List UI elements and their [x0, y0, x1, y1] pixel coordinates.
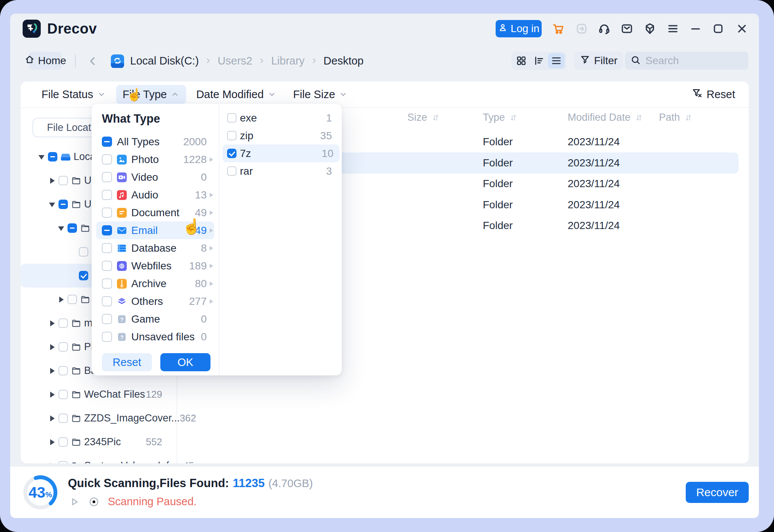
expand-icon[interactable] [48, 367, 56, 375]
sort-icon[interactable] [431, 113, 441, 123]
extension-checkbox[interactable] [227, 113, 236, 123]
sort-icon[interactable] [634, 113, 644, 123]
breadcrumb-item-desktop[interactable]: Desktop [324, 55, 364, 67]
type-checkbox[interactable] [102, 332, 112, 342]
close-icon[interactable] [733, 20, 751, 37]
tree-item-zzds-imagecover-[interactable]: ZZDS_ImageCover...362 [21, 406, 177, 430]
type-checkbox[interactable] [102, 261, 112, 271]
addons-icon[interactable] [641, 20, 659, 37]
tree-checkbox[interactable] [58, 342, 68, 352]
type-checkbox[interactable] [102, 208, 112, 218]
type-item-all-types[interactable]: All Types2000 [92, 133, 219, 151]
type-item-game[interactable]: ?Game0 [92, 310, 219, 328]
extension-item-zip[interactable]: zip35 [219, 127, 342, 145]
tree-checkbox[interactable] [58, 390, 68, 399]
tree-checkbox[interactable] [58, 200, 68, 209]
expand-icon[interactable] [57, 296, 65, 303]
type-item-others[interactable]: Others277 [92, 292, 219, 310]
tree-checkbox[interactable] [79, 271, 88, 280]
collapse-icon[interactable] [57, 224, 65, 232]
sort-icon[interactable] [508, 113, 518, 123]
recover-button[interactable]: Recover [686, 482, 749, 503]
login-button[interactable]: Log in [496, 20, 542, 37]
column-header-size[interactable]: Size [407, 112, 441, 123]
tree-checkbox[interactable] [58, 318, 68, 328]
support-icon[interactable] [596, 20, 613, 37]
tree-view-button[interactable] [531, 53, 547, 68]
tree-checkbox[interactable] [58, 461, 68, 463]
tree-checkbox[interactable] [68, 295, 77, 304]
tree-item-system-volume-info-[interactable]: System Volume Info...45 [21, 454, 177, 463]
list-view-button[interactable] [548, 53, 565, 68]
extension-item-exe[interactable]: exe1 [219, 109, 342, 127]
type-checkbox[interactable] [102, 225, 112, 235]
breadcrumb-item-users2[interactable]: Users2 [218, 55, 252, 67]
search-box[interactable] [625, 52, 748, 70]
home-button[interactable]: Home [29, 52, 62, 70]
expand-icon[interactable] [48, 391, 56, 398]
type-checkbox[interactable] [102, 154, 112, 165]
minimize-icon[interactable] [687, 20, 704, 37]
type-item-photo[interactable]: Photo1228 [92, 151, 219, 168]
drive-icon [110, 54, 124, 68]
tree-checkbox[interactable] [58, 414, 68, 423]
expand-icon[interactable] [48, 415, 56, 422]
filter-chip-date-modified[interactable]: Date Modified [190, 85, 283, 104]
filter-button[interactable]: Filter [574, 52, 623, 70]
breadcrumb-item-library[interactable]: Library [271, 55, 305, 67]
tree-checkbox[interactable] [58, 366, 68, 375]
type-checkbox[interactable] [102, 172, 112, 182]
tree-checkbox[interactable] [79, 247, 88, 257]
collapse-icon[interactable] [38, 153, 45, 161]
extension-checkbox[interactable] [227, 149, 236, 158]
tree-checkbox[interactable] [48, 152, 57, 161]
tree-checkbox[interactable] [68, 223, 77, 233]
type-checkbox[interactable] [102, 137, 112, 147]
grid-view-button[interactable] [513, 53, 530, 68]
type-checkbox[interactable] [102, 243, 112, 253]
type-item-webfiles[interactable]: Webfiles189 [92, 257, 219, 275]
maximize-icon[interactable] [710, 20, 727, 37]
expand-icon[interactable] [48, 438, 56, 446]
type-item-archive[interactable]: Archive80 [92, 275, 219, 292]
menu-icon[interactable] [664, 20, 682, 37]
breadcrumb-item-local-disk-c-[interactable]: Local Disk(C:) [130, 55, 199, 67]
extension-checkbox[interactable] [227, 166, 236, 176]
type-item-database[interactable]: Database8 [92, 239, 219, 257]
filter-chip-file-status[interactable]: File Status [35, 85, 112, 104]
back-button[interactable] [87, 55, 100, 68]
expand-icon[interactable] [48, 320, 56, 327]
type-item-video[interactable]: Video0 [92, 168, 219, 186]
tree-checkbox[interactable] [58, 437, 68, 447]
column-header-path[interactable]: Path [659, 112, 693, 123]
sort-icon[interactable] [683, 113, 693, 123]
expand-icon[interactable] [48, 343, 56, 351]
resume-scan-button[interactable] [69, 496, 80, 507]
cart-icon[interactable] [550, 20, 567, 37]
tree-item-wechat-files[interactable]: WeChat Files129 [21, 383, 177, 406]
type-checkbox[interactable] [102, 190, 112, 200]
filter-reset-button[interactable]: Reset [691, 81, 735, 107]
type-item-unsaved-files[interactable]: ?Unsaved files0 [92, 328, 219, 346]
filter-chip-file-size[interactable]: File Size [287, 85, 354, 104]
collapse-icon[interactable] [48, 201, 56, 208]
dropdown-ok-button[interactable]: OK [160, 353, 210, 371]
search-input[interactable] [645, 54, 739, 67]
tree-checkbox[interactable] [58, 176, 68, 185]
column-header-type[interactable]: Type [483, 112, 518, 123]
extension-item-7z[interactable]: 7z10 [223, 145, 339, 162]
type-item-audio[interactable]: Audio13 [92, 186, 219, 204]
tree-item-2345pic[interactable]: 2345Pic552 [21, 430, 177, 454]
type-checkbox[interactable] [102, 278, 112, 289]
extension-checkbox[interactable] [227, 131, 236, 140]
extension-item-rar[interactable]: rar3 [219, 162, 342, 180]
dropdown-reset-button[interactable]: Reset [102, 353, 152, 371]
messages-icon[interactable] [618, 20, 636, 37]
transfer-icon[interactable] [573, 20, 590, 37]
column-header-modified-date[interactable]: Modified Date [568, 112, 644, 123]
type-checkbox[interactable] [102, 296, 112, 306]
expand-icon[interactable] [48, 462, 56, 464]
expand-icon[interactable] [48, 177, 56, 185]
stop-scan-button[interactable] [88, 496, 100, 507]
type-checkbox[interactable] [102, 314, 112, 324]
